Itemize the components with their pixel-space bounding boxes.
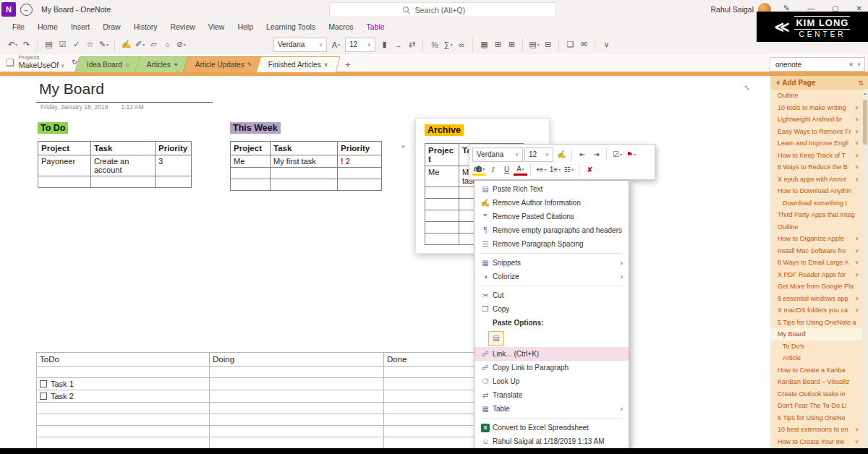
table-cell[interactable] [338,168,382,179]
table-cell[interactable] [91,176,156,188]
selection-icon[interactable]: ▮ [378,38,391,51]
column-header[interactable]: Doing [210,353,384,367]
text-direction-icon[interactable]: ⇄ [405,38,419,51]
font-size-combo[interactable]: 12 ∨ [524,147,553,162]
page-list-item[interactable]: To Do's [770,340,862,353]
page-list-item[interactable]: 9 essential windows app ∨ [770,293,862,305]
back-icon[interactable]: ← [20,4,33,16]
page-list-item[interactable]: X macOS folders you ca ∨ [770,304,862,317]
menu-item-copy[interactable]: ❐ Copy [475,302,629,316]
user-name[interactable]: Rahul Saigal [710,0,754,19]
menu-bar-item[interactable]: Home [31,22,64,31]
undo-icon[interactable]: ↶ [6,38,20,51]
menu-bar-item[interactable]: History [127,22,164,31]
todo-tag-icon[interactable]: ☑ [56,38,69,51]
redo-icon[interactable]: ↷ [20,38,33,51]
column-header[interactable]: Priority [338,142,382,155]
fit-page-icon[interactable]: ↔ [741,80,754,93]
eraser-icon[interactable]: ⊘ [174,38,188,51]
table-cell[interactable]: Payoneer [38,155,91,176]
menu-item-colorize[interactable]: ◑ Colorize › [475,270,629,283]
column-header[interactable]: ToDo [37,353,210,367]
page-list-item[interactable]: How to Download Anythin [770,185,862,197]
page-list-item[interactable]: X epub apps with Annot ∨ [770,174,862,186]
table-cell[interactable] [37,414,210,426]
kanban-table[interactable]: ToDo Doing Done Task 1 Task 2 [36,352,497,449]
font-size-icon[interactable]: A [329,38,343,51]
borders-icon[interactable]: ⊟ [541,38,555,51]
close-button[interactable]: ✕ [856,4,862,12]
page-list-item[interactable]: 5 Tips for Using OneNote a [770,317,862,329]
styles-icon[interactable]: ☷ [562,163,576,176]
delete-icon[interactable]: ✘ [579,163,597,176]
decrease-indent-icon[interactable]: ⇤ [571,148,590,160]
menu-item-remove-empty-paragraphs[interactable]: ¶ Remove empty paragraphs and headers [475,223,629,237]
format-painter-icon[interactable]: ✍ [114,38,133,51]
todo-heading[interactable]: To Do [38,122,68,134]
page-title[interactable]: My Board [39,80,104,97]
new-page-icon[interactable]: ❏ [558,38,577,51]
table-cell[interactable] [425,210,459,222]
page-list-item[interactable]: Create Outlook tasks in [770,388,862,401]
table-cell[interactable] [37,367,210,378]
flag-icon[interactable]: ⚑ [624,148,638,160]
notebook-selector[interactable]: ❏ Projects MakeUseOf ∨ ↻ 5 [6,55,82,69]
scrollbar-thumb[interactable] [863,100,867,145]
maximize-button[interactable]: ▢ [832,4,838,12]
page-canvas[interactable]: My Board Friday, January 18, 2019 1:12 A… [0,76,770,448]
section-tab[interactable]: Article Updates ✎ [183,56,265,72]
paste-icon[interactable]: ▤ [37,38,56,51]
menu-item-author-info[interactable]: ☺ Rahul Saigal at 1/18/2019 1:13 AM [475,434,629,448]
column-header[interactable]: Project [38,142,91,155]
table-cell[interactable] [425,199,459,210]
page-list-item[interactable]: How to Create a Kanba [770,364,862,377]
page-list-item[interactable]: Lightweight Android br ∨ [770,113,862,126]
menu-item-translate[interactable]: ⇄ Translate [475,388,629,402]
todo-tag-icon[interactable]: ☑ [606,148,624,160]
increase-indent-icon[interactable]: ⇥ [590,148,603,160]
table-cell[interactable] [231,168,271,179]
menu-item-table[interactable]: ▦ Table › [475,402,629,416]
page-list-item[interactable]: How to Keep Track of T ∨ [770,150,862,162]
page-list-item[interactable]: X PDF Reader Apps for ∨ [770,269,862,281]
page-list-item[interactable]: Easy Ways to Remove Fr ∨ [770,126,862,138]
format-painter-icon[interactable]: ✍ [555,148,569,160]
column-header[interactable]: Task [91,142,156,155]
this-week-heading[interactable]: This Week [230,122,281,134]
scroll-up-icon[interactable]: ▲ [862,90,868,97]
table-cell[interactable]: Task 2 [37,390,210,403]
menu-bar-item[interactable]: File [6,22,31,31]
page-list-item[interactable]: Outline [770,221,862,234]
pen-icon[interactable]: ✐ [133,38,147,51]
menu-bar-item[interactable]: Draw [96,22,127,31]
page-list-item[interactable]: Install Mac Software fro ∨ [770,245,862,257]
page-list-item[interactable]: My Board [770,328,862,340]
chevron-down-icon[interactable]: ∨ [857,61,861,67]
menu-item-paste-option-button[interactable]: ▤ [475,330,629,347]
menu-item-remove-paragraph-spacing[interactable]: ☰ Remove Paragraph Spacing [475,237,629,251]
table-cell[interactable] [210,403,384,414]
table-cell[interactable]: Task 1 [37,378,210,390]
this-week-table[interactable]: Project Task Priority Me My first task !… [230,141,382,191]
task-label[interactable]: Task 2 [51,392,74,401]
page-list-item[interactable]: Download something t [770,197,862,210]
page-filter-input[interactable] [774,60,845,69]
page-list-item[interactable]: 6 Tips for Using OneNo [770,412,862,424]
split-table-icon[interactable]: ⊞ [505,38,519,51]
symbols-icon[interactable]: ∞ [455,38,469,51]
insert-right-icon[interactable]: → [391,38,405,51]
page-list-item[interactable]: KanBan Board – Visualiz [770,376,862,388]
menu-item-paste-rich-text[interactable]: ▤ Paste Rich Text [475,182,629,196]
page-list-item[interactable]: Third Party Apps that Integ [770,209,862,221]
table-cell[interactable] [156,176,192,188]
table-cell[interactable]: My first task [271,155,338,168]
table-cell[interactable] [210,390,384,403]
minimize-button[interactable]: — [807,4,814,12]
sort-pages-icon[interactable]: ⇅ [858,80,864,87]
table-cell[interactable] [210,437,384,449]
bullets-icon[interactable]: •≡ [530,163,548,176]
table-cell[interactable] [231,179,271,191]
font-name-combo[interactable]: Verdana ∨ [273,38,327,52]
table-cell[interactable]: Create an account [91,155,156,176]
table-cell[interactable] [271,179,338,191]
